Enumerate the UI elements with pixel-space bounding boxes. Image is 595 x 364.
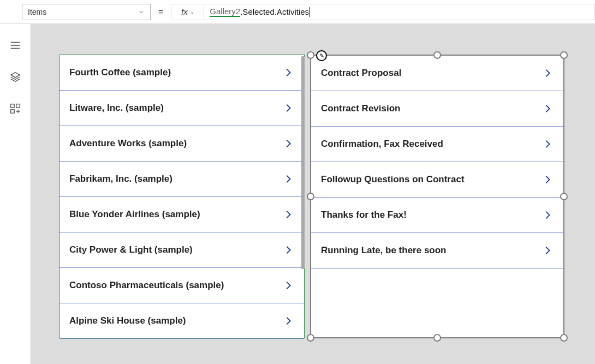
list-item[interactable]: Contract Proposal <box>311 56 563 91</box>
left-rail <box>0 24 31 364</box>
layers-icon[interactable] <box>9 71 21 83</box>
list-item-label: Running Late, be there soon <box>321 245 447 256</box>
chevron-down-icon: ⌄ <box>190 9 194 15</box>
list-item[interactable]: Litware, Inc. (sample) <box>59 91 304 126</box>
chevron-right-icon[interactable] <box>282 315 294 327</box>
list-item-label: Adventure Works (sample) <box>69 138 187 149</box>
chevron-right-icon[interactable] <box>542 244 554 256</box>
chevron-right-icon[interactable] <box>542 103 554 115</box>
list-item[interactable]: City Power & Light (sample) <box>59 232 304 268</box>
formula-input[interactable]: Gallery2.Selected.Activities <box>204 4 595 20</box>
list-item-label: Followup Questions on Contract <box>321 174 465 185</box>
resize-handle[interactable] <box>433 334 441 342</box>
list-item[interactable]: Thanks for the Fax! <box>311 198 563 233</box>
resize-handle[interactable] <box>307 193 314 200</box>
chevron-right-icon[interactable] <box>282 244 294 256</box>
resize-handle[interactable] <box>307 334 314 342</box>
list-item-label: Contract Proposal <box>321 68 401 79</box>
resize-handle[interactable] <box>433 51 441 59</box>
formula-bar: Items = fx ⌄ Gallery2.Selected.Activitie… <box>0 0 595 24</box>
grid-add-icon[interactable] <box>9 103 21 115</box>
resize-handle[interactable] <box>560 334 568 342</box>
resize-handle[interactable] <box>560 51 568 59</box>
gallery-activities[interactable]: ✎ Contract Proposal Contract Revision Co… <box>310 55 564 338</box>
list-item[interactable]: Contoso Pharmaceuticals (sample) <box>59 268 304 303</box>
edit-template-badge[interactable]: ✎ <box>316 50 327 61</box>
list-item[interactable]: Adventure Works (sample) <box>59 126 304 162</box>
list-item[interactable]: Confirmation, Fax Received <box>311 127 563 162</box>
resize-handle[interactable] <box>307 51 314 59</box>
list-item[interactable]: Fourth Coffee (sample) <box>59 55 304 91</box>
equals-label: = <box>158 7 163 17</box>
hamburger-icon[interactable] <box>9 39 21 51</box>
list-item-label: Confirmation, Fax Received <box>321 139 443 150</box>
svg-rect-0 <box>10 104 14 108</box>
text-cursor <box>310 7 310 17</box>
svg-rect-2 <box>16 104 19 108</box>
chevron-down-icon <box>138 9 145 15</box>
chevron-right-icon[interactable] <box>542 138 554 150</box>
formula-token: Gallery2 <box>210 7 240 17</box>
list-item-label: Blue Yonder Airlines (sample) <box>69 209 200 220</box>
list-item[interactable]: Followup Questions on Contract <box>311 162 563 198</box>
chevron-right-icon[interactable] <box>282 67 294 79</box>
fx-button[interactable]: fx ⌄ <box>171 4 204 20</box>
chevron-right-icon[interactable] <box>282 173 294 185</box>
formula-rest: .Selected.Activities <box>240 7 309 16</box>
list-item[interactable]: Blue Yonder Airlines (sample) <box>59 197 304 232</box>
property-select[interactable]: Items <box>22 4 151 20</box>
resize-handle[interactable] <box>560 193 568 200</box>
fx-label: fx <box>181 7 188 16</box>
canvas[interactable]: Fourth Coffee (sample) Litware, Inc. (sa… <box>31 24 595 364</box>
list-item-label: Thanks for the Fax! <box>321 210 407 220</box>
chevron-right-icon[interactable] <box>282 279 294 291</box>
chevron-right-icon[interactable] <box>282 208 294 220</box>
svg-rect-1 <box>10 110 14 113</box>
list-item-label: Fabrikam, Inc. (sample) <box>69 174 172 184</box>
chevron-right-icon[interactable] <box>542 174 554 186</box>
list-item-label: Fourth Coffee (sample) <box>69 67 171 78</box>
chevron-right-icon[interactable] <box>542 67 554 79</box>
list-item-label: Alpine Ski House (sample) <box>69 315 186 326</box>
list-item-label: City Power & Light (sample) <box>69 244 193 255</box>
chevron-right-icon[interactable] <box>542 209 554 221</box>
list-item[interactable]: Fabrikam, Inc. (sample) <box>59 162 304 197</box>
property-select-value: Items <box>28 8 46 16</box>
list-item-label: Contoso Pharmaceuticals (sample) <box>69 280 224 291</box>
chevron-right-icon[interactable] <box>282 102 294 114</box>
list-item-label: Contract Revision <box>321 103 400 114</box>
list-item[interactable]: Contract Revision <box>311 91 563 127</box>
chevron-right-icon[interactable] <box>282 138 294 150</box>
list-item[interactable]: Running Late, be there soon <box>311 233 563 268</box>
scrollbar[interactable] <box>301 56 305 269</box>
main-area: Fourth Coffee (sample) Litware, Inc. (sa… <box>0 24 595 364</box>
gallery-accounts[interactable]: Fourth Coffee (sample) Litware, Inc. (sa… <box>59 55 305 338</box>
list-item[interactable]: Alpine Ski House (sample) <box>59 303 304 339</box>
list-item-label: Litware, Inc. (sample) <box>69 103 164 114</box>
